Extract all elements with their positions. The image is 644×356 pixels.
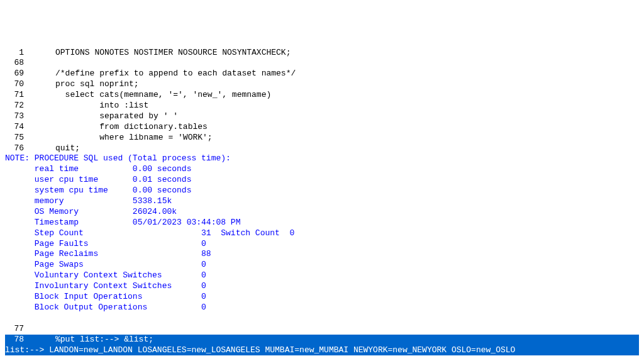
note-line: user cpu time 0.01 seconds bbox=[5, 175, 639, 186]
line-number: 1 bbox=[5, 48, 55, 58]
line-number: 75 bbox=[5, 133, 55, 143]
line-number: 70 bbox=[5, 79, 55, 90]
note-line: Involuntary Context Switches 0 bbox=[5, 281, 639, 292]
line-number: 72 bbox=[5, 101, 55, 111]
line-content: /*define prefix to append to each datase… bbox=[55, 69, 639, 79]
log-line-output[interactable]: list:--> LANDON=new_LANDON LOSANGELES=ne… bbox=[5, 345, 639, 356]
note-line: Voluntary Context Switches 0 bbox=[5, 270, 639, 281]
line-content: proc sql noprint; bbox=[55, 79, 639, 90]
line-content: where libname = 'WORK'; bbox=[55, 133, 639, 143]
line-number: 73 bbox=[5, 111, 55, 122]
blank-line bbox=[5, 313, 639, 324]
log-line[interactable]: 77 bbox=[5, 324, 639, 335]
log-line[interactable]: 68 bbox=[5, 58, 639, 69]
line-content: %put list:--> &list; bbox=[55, 335, 639, 345]
log-line[interactable]: 78%put list:--> &list; bbox=[5, 335, 639, 345]
note-line: Timestamp 05/01/2023 03:44:08 PM bbox=[5, 218, 639, 228]
note-line: memory 5338.15k bbox=[5, 196, 639, 207]
log-line[interactable]: 69/*define prefix to append to each data… bbox=[5, 69, 639, 79]
line-content: select cats(memname, '=', 'new_', memnam… bbox=[55, 90, 639, 101]
line-content: OPTIONS NONOTES NOSTIMER NOSOURCE NOSYNT… bbox=[55, 48, 639, 58]
log-output[interactable]: 1OPTIONS NONOTES NOSTIMER NOSOURCE NOSYN… bbox=[5, 48, 639, 356]
line-content: separated by ' ' bbox=[55, 111, 639, 122]
line-number: 68 bbox=[5, 58, 55, 69]
note-line: Block Input Operations 0 bbox=[5, 292, 639, 303]
note-line: Step Count 31 Switch Count 0 bbox=[5, 228, 639, 239]
log-line[interactable]: 72 into :list bbox=[5, 101, 639, 111]
line-number: 77 bbox=[5, 324, 55, 335]
line-number: 78 bbox=[5, 335, 55, 345]
note-line: real time 0.00 seconds bbox=[5, 164, 639, 175]
log-line[interactable]: 1OPTIONS NONOTES NOSTIMER NOSOURCE NOSYN… bbox=[5, 48, 639, 58]
note-line: system cpu time 0.00 seconds bbox=[5, 186, 639, 196]
log-line[interactable]: 75 where libname = 'WORK'; bbox=[5, 133, 639, 143]
note-line: Page Swaps 0 bbox=[5, 260, 639, 270]
line-content: quit; bbox=[55, 143, 639, 154]
log-line[interactable]: 70proc sql noprint; bbox=[5, 79, 639, 90]
line-number: 69 bbox=[5, 69, 55, 79]
line-number: 74 bbox=[5, 122, 55, 133]
line-content bbox=[55, 58, 639, 69]
line-number: 76 bbox=[5, 143, 55, 154]
note-line: Block Output Operations 0 bbox=[5, 303, 639, 313]
note-line: OS Memory 26024.00k bbox=[5, 207, 639, 218]
log-line[interactable]: 76quit; bbox=[5, 143, 639, 154]
log-line[interactable]: 71 select cats(memname, '=', 'new_', mem… bbox=[5, 90, 639, 101]
note-line: Page Reclaims 88 bbox=[5, 249, 639, 260]
note-line: Page Faults 0 bbox=[5, 239, 639, 250]
log-line[interactable]: 73 separated by ' ' bbox=[5, 111, 639, 122]
line-content bbox=[55, 324, 639, 335]
line-number: 71 bbox=[5, 90, 55, 101]
line-content: into :list bbox=[55, 101, 639, 111]
log-line[interactable]: 74 from dictionary.tables bbox=[5, 122, 639, 133]
line-content: from dictionary.tables bbox=[55, 122, 639, 133]
note-line: NOTE: PROCEDURE SQL used (Total process … bbox=[5, 153, 639, 164]
